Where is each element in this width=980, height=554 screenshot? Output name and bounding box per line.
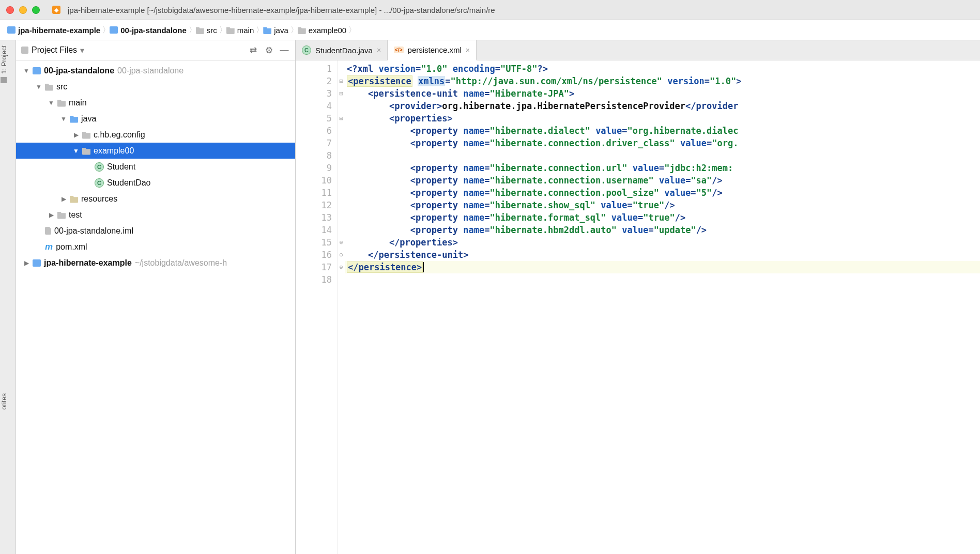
app-icon: ◆	[52, 6, 60, 14]
zoom-window-icon[interactable]	[32, 6, 40, 14]
breadcrumb-separator-icon: 〉	[102, 25, 108, 35]
expand-arrow-icon[interactable]: ▼	[48, 99, 54, 106]
file-icon	[45, 227, 51, 235]
class-icon: C	[302, 45, 311, 55]
expand-arrow-icon[interactable]: ▼	[73, 147, 79, 155]
breadcrumb-item[interactable]: 00-jpa-standalone	[108, 26, 189, 35]
breadcrumb-separator-icon: 〉	[189, 25, 194, 35]
tree-label: jpa-hibernate-example	[44, 258, 132, 268]
expand-arrow-icon[interactable]: ▼	[23, 67, 29, 74]
tree-node[interactable]: ▼00-jpa-standalone 00-jpa-standalone	[16, 63, 295, 79]
editor-tab[interactable]: </>persistence.xml×	[388, 40, 477, 60]
breadcrumb-separator-icon: 〉	[290, 25, 296, 35]
project-sidebar: Project Files ▾ ⇄ ⚙ — ▼00-jpa-standalone…	[16, 40, 296, 554]
tree-label: src	[56, 82, 67, 91]
collapse-icon[interactable]: —	[279, 44, 290, 56]
line-numbers: 123456789101112131415161718	[296, 60, 338, 554]
resources-folder-icon	[70, 195, 78, 203]
tree-label: example00	[94, 146, 134, 156]
breadcrumb-item[interactable]: jpa-hibernate-example	[5, 26, 102, 35]
tree-label: StudentDao	[107, 178, 151, 188]
source-folder-icon	[70, 115, 78, 123]
expand-arrow-icon[interactable]: ▼	[60, 115, 67, 122]
folder-icon	[110, 26, 118, 34]
breadcrumb-separator-icon: 〉	[219, 25, 224, 35]
editor-tabs: CStudentDao.java×</>persistence.xml×	[296, 40, 980, 60]
tree-label: pom.xml	[56, 242, 87, 252]
close-tab-icon[interactable]: ×	[466, 46, 470, 54]
breadcrumb-item[interactable]: example00	[296, 26, 348, 35]
expand-arrow-icon[interactable]: ▼	[36, 83, 42, 90]
tree-node[interactable]: ▼java	[16, 111, 295, 127]
tree-label: 00-jpa-standalone	[44, 66, 114, 75]
fold-gutter[interactable]: ⊟⊟⊟⊖⊖⊖	[338, 60, 345, 554]
breadcrumb-item[interactable]: main	[224, 26, 256, 35]
tree-label: java	[81, 114, 96, 124]
tree-node[interactable]: CStudent	[16, 159, 295, 175]
class-icon: C	[95, 178, 104, 188]
folder-icon	[45, 83, 53, 91]
window-controls	[6, 6, 40, 14]
module-icon	[33, 67, 41, 74]
tree-node[interactable]: ▶c.hb.eg.config	[16, 127, 295, 143]
folder-icon	[82, 131, 90, 139]
editor-area: CStudentDao.java×</>persistence.xml× 123…	[296, 40, 980, 554]
folder-icon	[82, 147, 90, 155]
folder-icon	[298, 26, 306, 34]
folder-icon	[263, 26, 271, 34]
expand-arrow-icon[interactable]: ▶	[23, 259, 29, 267]
tree-label: 00-jpa-standalone.iml	[54, 226, 133, 236]
folder-icon	[7, 26, 16, 34]
folder-icon	[226, 26, 235, 34]
code-content[interactable]: <?xml version="1.0" encoding="UTF-8"?><p…	[345, 60, 980, 554]
tree-node[interactable]: ▶jpa-hibernate-example ~/jstobigdata/awe…	[16, 255, 295, 271]
breadcrumb-item[interactable]: src	[194, 26, 219, 35]
tree-label: resources	[81, 194, 117, 204]
tree-node[interactable]: mpom.xml	[16, 239, 295, 255]
tree-node[interactable]: 00-jpa-standalone.iml	[16, 223, 295, 239]
tree-node[interactable]: ▼src	[16, 79, 295, 95]
scroll-to-icon[interactable]: ⇄	[248, 44, 259, 56]
titlebar: ◆ jpa-hibernate-example [~/jstobigdata/a…	[0, 0, 980, 20]
project-icon	[1, 77, 7, 83]
close-window-icon[interactable]	[6, 6, 14, 14]
minimize-window-icon[interactable]	[19, 6, 27, 14]
tree-label: test	[69, 210, 82, 220]
xml-icon: </>	[394, 47, 403, 53]
expand-arrow-icon[interactable]: ▶	[48, 211, 54, 219]
tree-node[interactable]: ▶resources	[16, 191, 295, 207]
sidebar-title[interactable]: Project Files	[32, 45, 77, 55]
tree-node[interactable]: ▼example00	[16, 143, 295, 159]
tree-node[interactable]: ▼main	[16, 95, 295, 111]
breadcrumb-separator-icon: 〉	[348, 25, 354, 35]
window-title: jpa-hibernate-example [~/jstobigdata/awe…	[68, 6, 495, 14]
project-tree[interactable]: ▼00-jpa-standalone 00-jpa-standalone▼src…	[16, 60, 295, 554]
tree-node[interactable]: ▶test	[16, 207, 295, 223]
folder-icon	[57, 99, 66, 107]
tree-node[interactable]: CStudentDao	[16, 175, 295, 191]
view-icon	[21, 47, 28, 54]
breadcrumb-item[interactable]: java	[261, 26, 290, 35]
folder-icon	[196, 26, 204, 34]
tool-window-stripe-left: 1: Project orites	[0, 40, 16, 554]
close-tab-icon[interactable]: ×	[377, 46, 381, 54]
tool-window-project[interactable]: 1: Project	[0, 40, 8, 88]
code-editor[interactable]: 123456789101112131415161718 ⊟⊟⊟⊖⊖⊖ <?xml…	[296, 60, 980, 554]
breadcrumb: jpa-hibernate-example〉00-jpa-standalone〉…	[0, 20, 980, 40]
sidebar-header: Project Files ▾ ⇄ ⚙ —	[16, 40, 295, 60]
tree-label: Student	[107, 162, 135, 172]
tree-label: c.hb.eg.config	[94, 130, 145, 140]
maven-icon: m	[45, 242, 53, 252]
expand-arrow-icon[interactable]: ▶	[60, 195, 67, 203]
tool-window-favorites[interactable]: orites	[0, 388, 8, 415]
class-icon: C	[95, 162, 104, 172]
breadcrumb-separator-icon: 〉	[256, 25, 261, 35]
tree-label: main	[69, 98, 87, 107]
gear-icon[interactable]: ⚙	[263, 44, 274, 56]
expand-arrow-icon[interactable]: ▶	[73, 131, 79, 138]
module-icon	[33, 259, 41, 267]
chevron-down-icon[interactable]: ▾	[80, 45, 84, 55]
folder-icon	[57, 211, 66, 219]
editor-tab[interactable]: CStudentDao.java×	[296, 40, 388, 60]
